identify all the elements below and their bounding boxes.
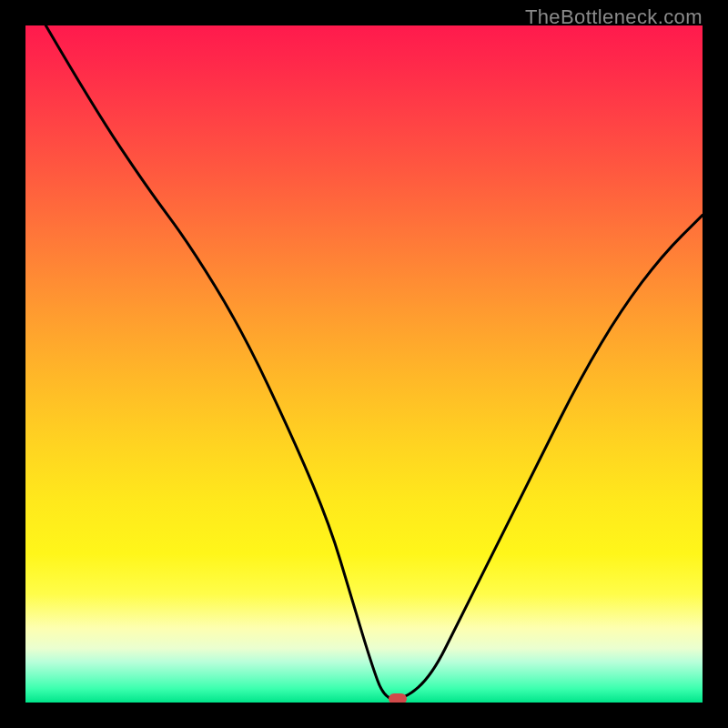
plot-area <box>25 25 703 703</box>
bottleneck-curve <box>46 25 703 699</box>
chart-frame: TheBottleneck.com <box>0 0 728 728</box>
optimal-point-marker <box>389 693 407 703</box>
curve-svg <box>25 25 703 703</box>
